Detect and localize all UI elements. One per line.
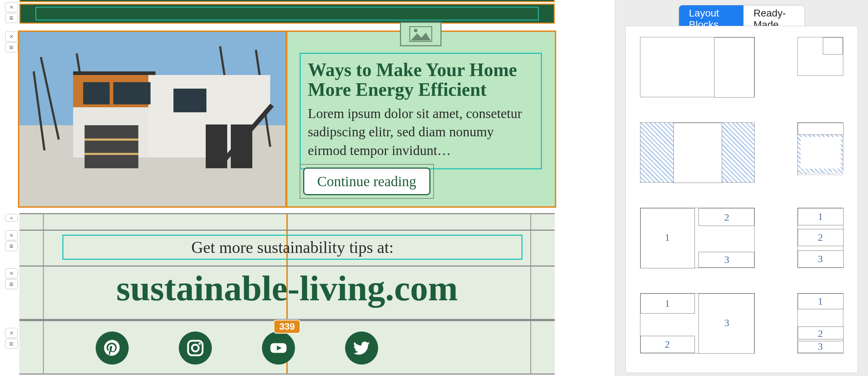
- article-image[interactable]: [19, 32, 287, 206]
- continue-reading-button[interactable]: Continue reading: [303, 168, 430, 195]
- drag-block-handle[interactable]: ≡: [5, 241, 18, 251]
- thumb-row: [640, 122, 843, 183]
- svg-point-16: [414, 29, 418, 32]
- social-icons-row: [19, 332, 555, 365]
- drag-block-handle[interactable]: ≡: [5, 279, 18, 289]
- layout-thumb-1-2-3[interactable]: 1 2 3: [640, 208, 755, 268]
- article-text-selection[interactable]: Ways to Make Your Home More Energy Effic…: [300, 53, 542, 169]
- block-handle-f4: × ≡: [5, 328, 18, 349]
- tips-text-selection[interactable]: Get more sustainability tips at:: [62, 235, 523, 260]
- svg-rect-14: [173, 89, 206, 112]
- block-handle-f2: × ≡: [5, 230, 18, 251]
- article-title: Ways to Make Your Home More Energy Effic…: [308, 60, 534, 99]
- article-body: Lorem ipsum dolor sit amet, consetetur s…: [308, 104, 534, 160]
- drag-block-handle[interactable]: ≡: [5, 13, 18, 23]
- layout-thumb-centered-panel[interactable]: [640, 122, 755, 183]
- block-handle-f3: × ≡: [5, 268, 18, 289]
- thumb-row: 1 2 3 1 2 3: [640, 293, 843, 353]
- pinterest-icon[interactable]: [96, 332, 129, 365]
- layout-thumb-text-image[interactable]: [640, 37, 755, 97]
- instagram-icon[interactable]: [179, 332, 212, 365]
- svg-rect-9: [85, 125, 138, 168]
- layout-thumb-stack-123[interactable]: 1 2 3: [797, 208, 843, 268]
- svg-rect-7: [83, 82, 110, 104]
- layout-thumb-1-lines-23[interactable]: 1 2 3: [797, 293, 843, 353]
- svg-rect-13: [231, 124, 252, 168]
- right-sidebar: Layout Blocks Ready-Made: [615, 0, 868, 376]
- drag-block-handle[interactable]: ≡: [5, 42, 18, 52]
- house-photo-placeholder: [19, 32, 287, 206]
- cta-wrapper: Continue reading: [300, 164, 434, 199]
- svg-rect-8: [113, 82, 151, 104]
- svg-point-19: [199, 343, 201, 345]
- block-handle-article: × ≡: [5, 32, 18, 52]
- layout-thumb-wrap-image[interactable]: [797, 37, 843, 76]
- delete-block-button[interactable]: ×: [5, 2, 18, 12]
- thumb-row: [640, 37, 843, 97]
- delete-block-button[interactable]: ×: [5, 268, 18, 278]
- header-selection: [35, 7, 539, 20]
- twitter-icon[interactable]: [345, 332, 378, 365]
- drag-block-handle[interactable]: ≡: [5, 339, 18, 349]
- footer-region: Get more sustainability tips at: sustain…: [19, 213, 555, 375]
- block-handle-f1: ×: [5, 214, 18, 222]
- layout-thumb-receipt[interactable]: [797, 122, 843, 175]
- youtube-icon[interactable]: [262, 332, 295, 365]
- article-text-column: Ways to Make Your Home More Energy Effic…: [287, 32, 555, 206]
- delete-block-button[interactable]: ×: [5, 32, 18, 42]
- image-placeholder-icon[interactable]: [400, 22, 442, 46]
- header-block-2[interactable]: [19, 4, 555, 24]
- delete-block-button[interactable]: ×: [5, 328, 18, 338]
- delete-block-button[interactable]: ×: [5, 214, 18, 222]
- editor-canvas: × ≡: [0, 0, 558, 376]
- svg-rect-12: [206, 124, 227, 168]
- vertical-guide: [285, 30, 287, 208]
- site-url-text[interactable]: sustainable-living.com: [19, 268, 555, 309]
- block-handle-header: × ≡: [5, 2, 18, 23]
- svg-point-18: [192, 345, 199, 352]
- tips-label: Get more sustainability tips at:: [191, 238, 394, 257]
- layout-thumb-12-3[interactable]: 1 2 3: [640, 293, 755, 353]
- thumb-row: 1 2 3 1 2 3: [640, 208, 843, 268]
- delete-block-button[interactable]: ×: [5, 230, 18, 240]
- footer-spacer-1[interactable]: [19, 213, 555, 230]
- header-block-1[interactable]: [19, 0, 555, 2]
- dimension-badge: 339: [273, 320, 300, 334]
- center-guide: [286, 214, 288, 230]
- svg-marker-5: [73, 71, 156, 75]
- layout-thumbnails: 1 2 3 1 2 3 1 2: [625, 26, 858, 373]
